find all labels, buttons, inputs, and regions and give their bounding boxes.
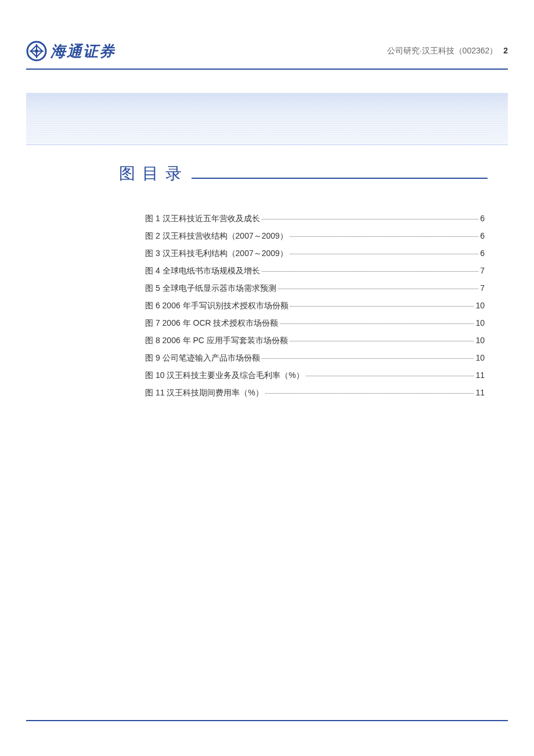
toc-dots [278, 289, 479, 289]
toc-page: 7 [480, 266, 485, 275]
toc-page: 6 [480, 214, 485, 223]
toc-item[interactable]: 图 9 公司笔迹输入产品市场份额 10 [145, 353, 485, 363]
toc-dots [290, 236, 478, 237]
toc-dots [262, 219, 479, 219]
toc-list: 图 1 汉王科技近五年营收及成长 6 图 2 汉王科技营收结构（2007～200… [145, 214, 485, 405]
toc-page: 11 [475, 370, 485, 380]
toc-dots [290, 254, 478, 254]
section-underline [192, 178, 488, 179]
footer-divider [26, 720, 508, 721]
logo-area: 海通证券 [26, 41, 116, 62]
toc-item[interactable]: 图 5 全球电子纸显示器市场需求预测 7 [145, 283, 485, 294]
toc-page: 10 [475, 318, 485, 327]
toc-label: 图 7 2006 年 OCR 技术授权市场份额 [145, 318, 279, 329]
toc-label: 图 9 公司笔迹输入产品市场份额 [145, 353, 260, 363]
toc-label: 图 10 汉王科技主要业务及综合毛利率（%） [145, 370, 304, 381]
toc-dots [265, 393, 474, 394]
toc-item[interactable]: 图 1 汉王科技近五年营收及成长 6 [145, 214, 485, 224]
toc-item[interactable]: 图 8 2006 年 PC 应用手写套装市场份额 10 [145, 336, 485, 346]
toc-label: 图 3 汉王科技毛利结构（2007～2009） [145, 249, 288, 259]
toc-label: 图 5 全球电子纸显示器市场需求预测 [145, 283, 276, 294]
toc-label: 图 4 全球电纸书市场规模及增长 [145, 266, 260, 276]
section-title-row: 图目录 [119, 163, 488, 185]
svg-point-2 [35, 49, 38, 53]
toc-item[interactable]: 图 3 汉王科技毛利结构（2007～2009） 6 [145, 249, 485, 259]
company-logo-icon [26, 41, 47, 62]
toc-dots [290, 341, 474, 341]
header-breadcrumb: 公司研究·汉王科技（002362） 2 [387, 46, 508, 56]
toc-dots [306, 376, 474, 376]
toc-item[interactable]: 图 11 汉王科技期间费用率（%） 11 [145, 388, 485, 398]
toc-item[interactable]: 图 7 2006 年 OCR 技术授权市场份额 10 [145, 318, 485, 329]
page-number: 2 [503, 46, 508, 55]
toc-item[interactable]: 图 2 汉王科技营收结构（2007～2009） 6 [145, 231, 485, 242]
breadcrumb-text: 公司研究·汉王科技（002362） [387, 46, 498, 55]
toc-label: 图 6 2006 年手写识别技术授权市场份额 [145, 301, 288, 311]
toc-dots [280, 323, 474, 324]
toc-page: 10 [475, 353, 485, 362]
toc-page: 7 [480, 283, 485, 293]
toc-label: 图 8 2006 年 PC 应用手写套装市场份额 [145, 336, 288, 346]
toc-item[interactable]: 图 10 汉王科技主要业务及综合毛利率（%） 11 [145, 370, 485, 381]
logo-text: 海通证券 [50, 41, 116, 62]
toc-dots [262, 358, 474, 359]
toc-label: 图 11 汉王科技期间费用率（%） [145, 388, 264, 398]
toc-page: 6 [480, 231, 485, 240]
toc-label: 图 1 汉王科技近五年营收及成长 [145, 214, 260, 224]
toc-dots [262, 271, 479, 272]
toc-dots [290, 306, 474, 307]
toc-item[interactable]: 图 6 2006 年手写识别技术授权市场份额 10 [145, 301, 485, 311]
toc-page: 6 [480, 249, 485, 258]
toc-item[interactable]: 图 4 全球电纸书市场规模及增长 7 [145, 266, 485, 276]
toc-page: 10 [475, 336, 485, 345]
toc-page: 11 [475, 388, 485, 397]
page-container: 海通证券 公司研究·汉王科技（002362） 2 图目录 图 1 汉王科技近五年… [0, 0, 534, 756]
toc-label: 图 2 汉王科技营收结构（2007～2009） [145, 231, 288, 242]
decorative-banner [26, 93, 508, 145]
toc-page: 10 [475, 301, 485, 310]
section-title: 图目录 [119, 163, 189, 185]
page-header: 海通证券 公司研究·汉王科技（002362） 2 [26, 41, 508, 70]
